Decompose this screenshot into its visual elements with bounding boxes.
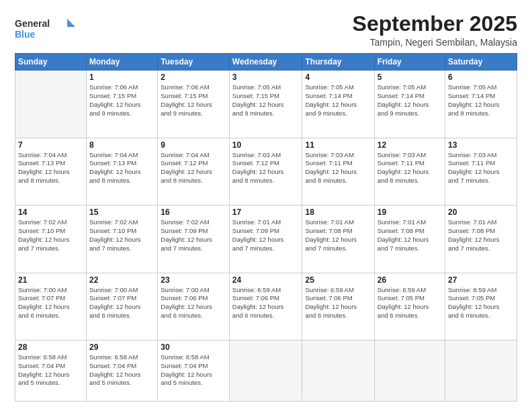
day-info: Sunrise: 6:59 AMSunset: 7:05 PMDaylight:…: [448, 286, 514, 320]
day-number: 28: [18, 342, 83, 352]
day-info: Sunrise: 7:05 AMSunset: 7:14 PMDaylight:…: [378, 83, 442, 118]
day-info: Sunrise: 6:58 AMSunset: 7:04 PMDaylight:…: [161, 353, 226, 387]
day-number: 4: [305, 73, 371, 82]
day-cell: 16Sunrise: 7:02 AMSunset: 7:09 PMDayligh…: [158, 205, 230, 273]
col-sunday: Sunday: [15, 54, 87, 71]
day-cell: 10Sunrise: 7:03 AMSunset: 7:12 PMDayligh…: [229, 138, 302, 205]
header-row: Sunday Monday Tuesday Wednesday Thursday…: [15, 54, 517, 71]
day-number: 29: [89, 342, 154, 352]
day-cell: 17Sunrise: 7:01 AMSunset: 7:09 PMDayligh…: [229, 205, 302, 273]
day-info: Sunrise: 6:59 AMSunset: 7:06 PMDaylight:…: [232, 286, 300, 320]
day-cell: 22Sunrise: 7:00 AMSunset: 7:07 PMDayligh…: [87, 273, 158, 340]
day-number: 27: [448, 275, 514, 285]
svg-marker-1: [67, 19, 75, 27]
day-cell: 28Sunrise: 6:58 AMSunset: 7:04 PMDayligh…: [15, 340, 87, 402]
day-cell: 30Sunrise: 6:58 AMSunset: 7:04 PMDayligh…: [158, 340, 230, 402]
day-info: Sunrise: 7:01 AMSunset: 7:08 PMDaylight:…: [378, 218, 442, 253]
day-info: Sunrise: 7:01 AMSunset: 7:08 PMDaylight:…: [305, 218, 371, 253]
day-cell: 19Sunrise: 7:01 AMSunset: 7:08 PMDayligh…: [374, 205, 445, 273]
day-cell: [445, 340, 517, 402]
day-number: 14: [18, 208, 83, 217]
day-info: Sunrise: 7:05 AMSunset: 7:14 PMDaylight:…: [448, 83, 514, 118]
day-number: 16: [161, 208, 226, 217]
day-info: Sunrise: 7:04 AMSunset: 7:13 PMDaylight:…: [89, 151, 154, 185]
day-number: 15: [89, 208, 154, 217]
day-info: Sunrise: 7:00 AMSunset: 7:07 PMDaylight:…: [18, 286, 83, 320]
header: General Blue September 2025 Tampin, Nege…: [15, 12, 517, 48]
day-cell: 29Sunrise: 6:58 AMSunset: 7:04 PMDayligh…: [87, 340, 158, 402]
day-cell: 12Sunrise: 7:03 AMSunset: 7:11 PMDayligh…: [374, 138, 445, 205]
calendar-table: Sunday Monday Tuesday Wednesday Thursday…: [15, 53, 517, 402]
day-number: 7: [18, 140, 83, 150]
day-cell: 7Sunrise: 7:04 AMSunset: 7:13 PMDaylight…: [15, 138, 87, 205]
week-row-1: 1Sunrise: 7:06 AMSunset: 7:15 PMDaylight…: [15, 71, 517, 138]
day-number: 9: [161, 140, 226, 150]
day-number: 12: [378, 140, 442, 150]
day-cell: 9Sunrise: 7:04 AMSunset: 7:12 PMDaylight…: [158, 138, 230, 205]
day-info: Sunrise: 7:03 AMSunset: 7:11 PMDaylight:…: [305, 151, 371, 185]
day-cell: [302, 340, 374, 402]
day-cell: 3Sunrise: 7:05 AMSunset: 7:15 PMDaylight…: [229, 71, 302, 138]
day-number: 20: [448, 208, 514, 217]
col-friday: Friday: [374, 54, 445, 71]
day-info: Sunrise: 7:03 AMSunset: 7:11 PMDaylight:…: [448, 151, 514, 185]
day-cell: 5Sunrise: 7:05 AMSunset: 7:14 PMDaylight…: [374, 71, 445, 138]
col-monday: Monday: [87, 54, 158, 71]
col-wednesday: Wednesday: [229, 54, 302, 71]
logo-text-block: General Blue: [15, 15, 75, 47]
day-info: Sunrise: 7:04 AMSunset: 7:13 PMDaylight:…: [18, 151, 83, 185]
title-block: September 2025 Tampin, Negeri Sembilan, …: [353, 12, 517, 48]
week-row-5: 28Sunrise: 6:58 AMSunset: 7:04 PMDayligh…: [15, 340, 517, 402]
day-info: Sunrise: 7:06 AMSunset: 7:15 PMDaylight:…: [161, 83, 226, 118]
day-info: Sunrise: 7:06 AMSunset: 7:15 PMDaylight:…: [89, 83, 154, 118]
day-info: Sunrise: 7:03 AMSunset: 7:12 PMDaylight:…: [232, 151, 300, 185]
day-number: 10: [232, 140, 300, 150]
day-info: Sunrise: 6:58 AMSunset: 7:04 PMDaylight:…: [89, 353, 154, 387]
day-number: 17: [232, 208, 300, 217]
day-number: 24: [232, 275, 300, 285]
day-info: Sunrise: 6:58 AMSunset: 7:04 PMDaylight:…: [18, 353, 83, 387]
day-number: 23: [161, 275, 226, 285]
col-thursday: Thursday: [302, 54, 374, 71]
day-cell: [229, 340, 302, 402]
day-cell: 23Sunrise: 7:00 AMSunset: 7:06 PMDayligh…: [158, 273, 230, 340]
day-number: 19: [378, 208, 442, 217]
day-cell: 15Sunrise: 7:02 AMSunset: 7:10 PMDayligh…: [87, 205, 158, 273]
day-cell: 26Sunrise: 6:59 AMSunset: 7:05 PMDayligh…: [374, 273, 445, 340]
day-number: 3: [232, 73, 300, 82]
day-cell: 14Sunrise: 7:02 AMSunset: 7:10 PMDayligh…: [15, 205, 87, 273]
day-info: Sunrise: 7:02 AMSunset: 7:10 PMDaylight:…: [18, 218, 83, 253]
day-info: Sunrise: 7:01 AMSunset: 7:09 PMDaylight:…: [232, 218, 300, 253]
day-cell: 13Sunrise: 7:03 AMSunset: 7:11 PMDayligh…: [445, 138, 517, 205]
logo-svg: General Blue: [15, 15, 75, 44]
day-info: Sunrise: 7:05 AMSunset: 7:15 PMDaylight:…: [232, 83, 300, 118]
day-number: 6: [448, 73, 514, 82]
day-info: Sunrise: 7:02 AMSunset: 7:10 PMDaylight:…: [89, 218, 154, 253]
day-cell: 11Sunrise: 7:03 AMSunset: 7:11 PMDayligh…: [302, 138, 374, 205]
day-number: 5: [378, 73, 442, 82]
day-number: 18: [305, 208, 371, 217]
day-info: Sunrise: 6:59 AMSunset: 7:05 PMDaylight:…: [378, 286, 442, 320]
day-cell: [374, 340, 445, 402]
day-number: 1: [89, 73, 154, 82]
day-number: 8: [89, 140, 154, 150]
svg-text:General: General: [15, 18, 50, 29]
day-cell: [15, 71, 87, 138]
day-info: Sunrise: 7:00 AMSunset: 7:06 PMDaylight:…: [161, 286, 226, 320]
day-cell: 6Sunrise: 7:05 AMSunset: 7:14 PMDaylight…: [445, 71, 517, 138]
day-cell: 25Sunrise: 6:59 AMSunset: 7:06 PMDayligh…: [302, 273, 374, 340]
day-info: Sunrise: 7:05 AMSunset: 7:14 PMDaylight:…: [305, 83, 371, 118]
day-cell: 24Sunrise: 6:59 AMSunset: 7:06 PMDayligh…: [229, 273, 302, 340]
col-saturday: Saturday: [445, 54, 517, 71]
day-number: 30: [161, 342, 226, 352]
page: General Blue September 2025 Tampin, Nege…: [0, 0, 532, 411]
month-title: September 2025: [353, 12, 517, 36]
day-number: 11: [305, 140, 371, 150]
day-info: Sunrise: 7:01 AMSunset: 7:08 PMDaylight:…: [448, 218, 514, 253]
day-number: 2: [161, 73, 226, 82]
col-tuesday: Tuesday: [158, 54, 230, 71]
day-info: Sunrise: 7:03 AMSunset: 7:11 PMDaylight:…: [378, 151, 442, 185]
day-number: 25: [305, 275, 371, 285]
week-row-2: 7Sunrise: 7:04 AMSunset: 7:13 PMDaylight…: [15, 138, 517, 205]
day-cell: 21Sunrise: 7:00 AMSunset: 7:07 PMDayligh…: [15, 273, 87, 340]
